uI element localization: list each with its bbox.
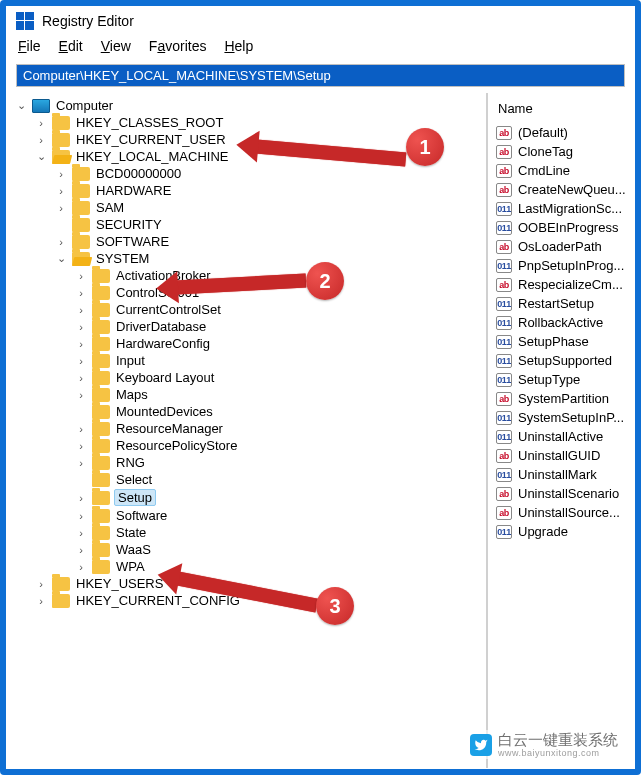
- tree-label[interactable]: SOFTWARE: [94, 234, 171, 249]
- tree-label[interactable]: MountedDevices: [114, 404, 215, 419]
- collapse-icon[interactable]: ⌄: [54, 252, 68, 265]
- tree-label[interactable]: DriverDatabase: [114, 319, 208, 334]
- tree-item-state[interactable]: ›State: [74, 524, 486, 541]
- tree-label[interactable]: BCD00000000: [94, 166, 183, 181]
- tree-item-resourcepolicystore[interactable]: ›ResourcePolicyStore: [74, 437, 486, 454]
- tree-label[interactable]: Maps: [114, 387, 150, 402]
- tree-label[interactable]: Computer: [54, 98, 115, 113]
- tree-item-security[interactable]: ›SECURITY: [54, 216, 486, 233]
- value-row[interactable]: 011RestartSetup: [494, 294, 635, 313]
- tree-label[interactable]: HKEY_CURRENT_CONFIG: [74, 593, 242, 608]
- expand-icon[interactable]: ›: [74, 457, 88, 469]
- tree-label[interactable]: HardwareConfig: [114, 336, 212, 351]
- tree-label[interactable]: ResourcePolicyStore: [114, 438, 239, 453]
- tree-pane[interactable]: ⌄Computer›HKEY_CLASSES_ROOT›HKEY_CURRENT…: [6, 93, 486, 768]
- tree-label[interactable]: HKEY_CLASSES_ROOT: [74, 115, 225, 130]
- expand-icon[interactable]: ›: [74, 423, 88, 435]
- tree-label[interactable]: WaaS: [114, 542, 153, 557]
- value-row[interactable]: abSystemPartition: [494, 389, 635, 408]
- expand-icon[interactable]: ›: [54, 236, 68, 248]
- values-pane[interactable]: Name ab(Default)abCloneTagabCmdLineabCre…: [488, 93, 635, 768]
- tree-item-bcd00000000[interactable]: ›BCD00000000: [54, 165, 486, 182]
- tree-label[interactable]: ResourceManager: [114, 421, 225, 436]
- value-row[interactable]: abOsLoaderPath: [494, 237, 635, 256]
- value-row[interactable]: abUninstallSource...: [494, 503, 635, 522]
- menu-view[interactable]: View: [101, 38, 131, 54]
- tree-item-software[interactable]: ›SOFTWARE: [54, 233, 486, 250]
- tree-label[interactable]: SYSTEM: [94, 251, 151, 266]
- expand-icon[interactable]: ›: [34, 595, 48, 607]
- menu-favorites[interactable]: Favorites: [149, 38, 207, 54]
- tree-label[interactable]: HKEY_CURRENT_USER: [74, 132, 228, 147]
- expand-icon[interactable]: ›: [54, 168, 68, 180]
- value-row[interactable]: 011UninstallMark: [494, 465, 635, 484]
- value-row[interactable]: 011SetupPhase: [494, 332, 635, 351]
- tree-item-waas[interactable]: ›WaaS: [74, 541, 486, 558]
- tree-label[interactable]: CurrentControlSet: [114, 302, 223, 317]
- menu-help[interactable]: Help: [224, 38, 253, 54]
- tree-label[interactable]: HKEY_USERS: [74, 576, 165, 591]
- tree-item-resourcemanager[interactable]: ›ResourceManager: [74, 420, 486, 437]
- tree-label[interactable]: HARDWARE: [94, 183, 173, 198]
- tree-item-sam[interactable]: ›SAM: [54, 199, 486, 216]
- expand-icon[interactable]: ›: [74, 527, 88, 539]
- tree-item-wpa[interactable]: ›WPA: [74, 558, 486, 575]
- menu-edit[interactable]: Edit: [59, 38, 83, 54]
- expand-icon[interactable]: ›: [34, 134, 48, 146]
- tree-item-setup[interactable]: ›Setup: [74, 488, 486, 507]
- value-row[interactable]: abUninstallScenario: [494, 484, 635, 503]
- value-row[interactable]: 011SystemSetupInP...: [494, 408, 635, 427]
- expand-icon[interactable]: ›: [74, 304, 88, 316]
- value-row[interactable]: abRespecializeCm...: [494, 275, 635, 294]
- tree-item-hardware[interactable]: ›HARDWARE: [54, 182, 486, 199]
- expand-icon[interactable]: ›: [74, 372, 88, 384]
- value-row[interactable]: 011SetupSupported: [494, 351, 635, 370]
- value-row[interactable]: 011UninstallActive: [494, 427, 635, 446]
- value-row[interactable]: 011OOBEInProgress: [494, 218, 635, 237]
- tree-item-computer[interactable]: ⌄Computer: [14, 97, 486, 114]
- expand-icon[interactable]: ›: [34, 117, 48, 129]
- tree-label[interactable]: HKEY_LOCAL_MACHINE: [74, 149, 230, 164]
- expand-icon[interactable]: ›: [34, 578, 48, 590]
- expand-icon[interactable]: ›: [54, 185, 68, 197]
- expand-icon[interactable]: ›: [74, 287, 88, 299]
- expand-icon[interactable]: ›: [74, 338, 88, 350]
- value-row[interactable]: 011LastMigrationSc...: [494, 199, 635, 218]
- collapse-icon[interactable]: ⌄: [34, 150, 48, 163]
- tree-label[interactable]: SAM: [94, 200, 126, 215]
- tree-item-maps[interactable]: ›Maps: [74, 386, 486, 403]
- tree-label[interactable]: Setup: [114, 489, 156, 506]
- expand-icon[interactable]: ›: [74, 389, 88, 401]
- tree-item-rng[interactable]: ›RNG: [74, 454, 486, 471]
- tree-label[interactable]: WPA: [114, 559, 147, 574]
- tree-item-input[interactable]: ›Input: [74, 352, 486, 369]
- value-row[interactable]: 011RollbackActive: [494, 313, 635, 332]
- tree-item-select[interactable]: ›Select: [74, 471, 486, 488]
- value-row[interactable]: 011Upgrade: [494, 522, 635, 541]
- expand-icon[interactable]: ›: [74, 321, 88, 333]
- tree-label[interactable]: Select: [114, 472, 154, 487]
- tree-label[interactable]: State: [114, 525, 148, 540]
- value-row[interactable]: abCmdLine: [494, 161, 635, 180]
- collapse-icon[interactable]: ⌄: [14, 99, 28, 112]
- expand-icon[interactable]: ›: [74, 355, 88, 367]
- expand-icon[interactable]: ›: [74, 270, 88, 282]
- tree-label[interactable]: Keyboard Layout: [114, 370, 216, 385]
- tree-item-mounteddevices[interactable]: ›MountedDevices: [74, 403, 486, 420]
- expand-icon[interactable]: ›: [74, 492, 88, 504]
- expand-icon[interactable]: ›: [74, 561, 88, 573]
- expand-icon[interactable]: ›: [54, 202, 68, 214]
- expand-icon[interactable]: ›: [74, 510, 88, 522]
- value-row[interactable]: abCloneTag: [494, 142, 635, 161]
- value-row[interactable]: 011SetupType: [494, 370, 635, 389]
- tree-item-currentcontrolset[interactable]: ›CurrentControlSet: [74, 301, 486, 318]
- value-row[interactable]: abCreateNewQueu...: [494, 180, 635, 199]
- tree-item-system[interactable]: ⌄SYSTEM: [54, 250, 486, 267]
- value-row[interactable]: abUninstallGUID: [494, 446, 635, 465]
- address-bar[interactable]: Computer\HKEY_LOCAL_MACHINE\SYSTEM\Setup: [16, 64, 625, 87]
- menu-file[interactable]: File: [18, 38, 41, 54]
- tree-item-keyboard-layout[interactable]: ›Keyboard Layout: [74, 369, 486, 386]
- value-row[interactable]: ab(Default): [494, 123, 635, 142]
- expand-icon[interactable]: ›: [74, 544, 88, 556]
- tree-label[interactable]: RNG: [114, 455, 147, 470]
